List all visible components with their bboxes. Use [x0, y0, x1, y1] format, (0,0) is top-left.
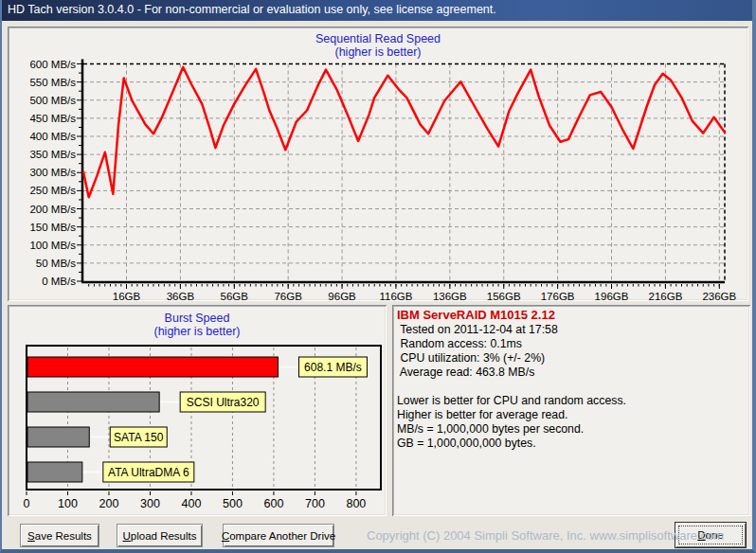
svg-text:36GB: 36GB	[167, 291, 195, 301]
svg-text:50 MB/s: 50 MB/s	[36, 258, 76, 269]
svg-text:800: 800	[346, 497, 366, 510]
compare-another-drive-label: Compare Another Drive	[222, 530, 335, 542]
info-line: Lower is better for CPU and random acces…	[397, 394, 626, 408]
sequential-read-panel: Sequential Read Speed (higher is better)…	[8, 27, 748, 301]
svg-text:500 MB/s: 500 MB/s	[29, 95, 76, 106]
svg-text:100 MB/s: 100 MB/s	[29, 240, 76, 251]
save-results-label: Save Results	[27, 530, 92, 542]
save-results-button[interactable]: Save Results	[20, 524, 99, 547]
svg-text:SCSI Ultra320: SCSI Ultra320	[187, 396, 260, 409]
svg-text:16GB: 16GB	[113, 291, 141, 301]
info-line	[397, 380, 626, 394]
svg-text:200 MB/s: 200 MB/s	[29, 204, 76, 215]
svg-text:100: 100	[58, 497, 78, 510]
info-line: MB/s = 1,000,000 bytes per second.	[397, 422, 626, 437]
svg-text:700: 700	[305, 497, 325, 510]
svg-text:216GB: 216GB	[649, 291, 683, 301]
svg-text:176GB: 176GB	[541, 291, 575, 301]
svg-text:116GB: 116GB	[379, 291, 412, 301]
svg-text:0: 0	[24, 497, 30, 510]
svg-text:600 MB/s: 600 MB/s	[29, 59, 76, 70]
svg-text:56GB: 56GB	[221, 291, 249, 301]
svg-text:ATA UltraDMA 6: ATA UltraDMA 6	[108, 466, 189, 479]
sequential-read-chart: 0 MB/s50 MB/s100 MB/s150 MB/s200 MB/s250…	[8, 27, 748, 301]
svg-text:300: 300	[140, 497, 160, 510]
burst-speed-panel: Burst Speed (higher is better) 010020030…	[8, 305, 387, 516]
info-line: Average read: 463.8 MB/s	[397, 366, 626, 380]
svg-text:196GB: 196GB	[595, 291, 629, 301]
upload-results-label: Upload Results	[123, 530, 197, 542]
info-line: Random access: 0.1ms	[397, 337, 626, 351]
svg-text:96GB: 96GB	[328, 291, 356, 301]
svg-text:200: 200	[99, 497, 119, 510]
svg-text:156GB: 156GB	[487, 291, 521, 301]
window-title: HD Tach version 3.0.4.0 - For non-commer…	[8, 3, 496, 16]
burst-speed-chart: 0100200300400500600700800608.1 MB/sSCSI …	[8, 305, 387, 516]
svg-text:350 MB/s: 350 MB/s	[29, 149, 76, 160]
svg-text:450 MB/s: 450 MB/s	[29, 113, 76, 124]
svg-text:0 MB/s: 0 MB/s	[42, 276, 76, 287]
svg-text:550 MB/s: 550 MB/s	[29, 77, 76, 88]
drive-info-panel: IBM ServeRAID M1015 2.12 Tested on 2011-…	[392, 305, 750, 516]
title-bar[interactable]: HD Tach version 3.0.4.0 - For non-commer…	[2, 0, 752, 21]
upload-results-button[interactable]: Upload Results	[117, 524, 203, 547]
drive-name: IBM ServeRAID M1015 2.12	[397, 308, 555, 322]
svg-text:SATA 150: SATA 150	[114, 431, 164, 444]
drive-info-text: Tested on 2011-12-04 at 17:58 Random acc…	[397, 323, 626, 451]
compare-another-drive-button[interactable]: Compare Another Drive	[223, 524, 334, 547]
info-line: Higher is better for average read.	[397, 408, 626, 422]
svg-text:76GB: 76GB	[274, 291, 302, 301]
info-line: Tested on 2011-12-04 at 17:58	[397, 323, 626, 337]
app-window: HD Tach version 3.0.4.0 - For non-commer…	[0, 0, 756, 553]
svg-text:500: 500	[223, 497, 243, 510]
svg-text:400: 400	[182, 497, 202, 510]
copyright-text: Copyright (C) 2004 Simpli Software, Inc.…	[367, 528, 724, 543]
svg-text:250 MB/s: 250 MB/s	[29, 185, 76, 196]
svg-text:400 MB/s: 400 MB/s	[29, 131, 76, 142]
svg-text:300 MB/s: 300 MB/s	[29, 167, 76, 178]
svg-text:600: 600	[264, 497, 284, 510]
svg-text:136GB: 136GB	[433, 291, 467, 301]
info-line: CPU utilization: 3% (+/- 2%)	[397, 351, 626, 366]
svg-text:236GB: 236GB	[702, 291, 736, 301]
svg-text:150 MB/s: 150 MB/s	[29, 222, 76, 233]
svg-text:608.1 MB/s: 608.1 MB/s	[304, 361, 362, 374]
info-line: GB = 1,000,000,000 bytes.	[397, 437, 626, 451]
